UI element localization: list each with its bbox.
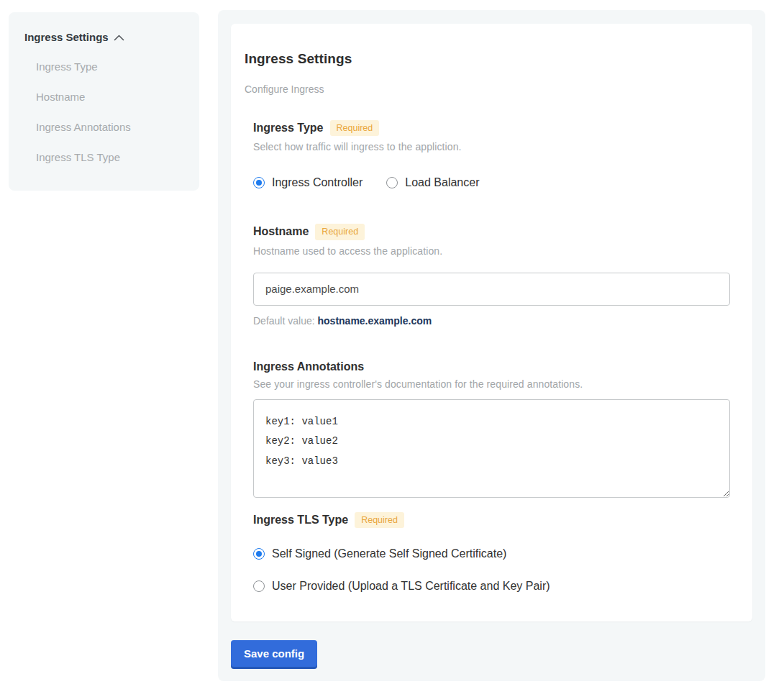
ingress-annotations-label: Ingress Annotations [253, 360, 364, 373]
radio-button-checked[interactable] [253, 177, 265, 188]
radio-label: Load Balancer [405, 176, 479, 189]
required-badge: Required [315, 224, 365, 240]
sidebar-group-ingress-settings[interactable]: Ingress Settings [24, 31, 188, 43]
sidebar-item-ingress-tls-type[interactable]: Ingress TLS Type [36, 151, 188, 164]
radio-label: Self Signed (Generate Self Signed Certif… [272, 547, 506, 560]
hostname-default-value-line: Default value: hostname.example.com [253, 315, 730, 327]
default-value-text: hostname.example.com [318, 315, 432, 327]
ingress-type-radio-group: Ingress Controller Load Balancer [253, 176, 730, 189]
sidebar-item-ingress-annotations[interactable]: Ingress Annotations [36, 121, 188, 134]
radio-button-checked[interactable] [253, 548, 265, 560]
hostname-help-text: Hostname used to access the application. [253, 245, 730, 257]
page-subtitle: Configure Ingress [245, 83, 730, 95]
ingress-annotations-textarea[interactable]: key1: value1 key2: value2 key3: value3 [253, 399, 730, 498]
chevron-up-icon [114, 35, 124, 41]
section-ingress-annotations: Ingress Annotations See your ingress con… [253, 360, 730, 498]
radio-option-self-signed[interactable]: Self Signed (Generate Self Signed Certif… [253, 547, 730, 560]
sidebar-item-list: Ingress Type Hostname Ingress Annotation… [24, 60, 188, 164]
section-hostname: Hostname Required Hostname used to acces… [253, 224, 730, 327]
section-ingress-tls-type: Ingress TLS Type Required Self Signed (G… [253, 512, 730, 593]
required-badge: Required [355, 512, 404, 529]
page-title: Ingress Settings [245, 51, 730, 67]
ingress-annotations-help-text: See your ingress controller's documentat… [253, 378, 730, 390]
ingress-tls-type-label: Ingress TLS Type [253, 514, 348, 527]
hostname-label: Hostname [253, 225, 309, 238]
config-panel: Ingress Settings Configure Ingress Ingre… [218, 10, 765, 681]
config-nav-sidebar: Ingress Settings Ingress Type Hostname I… [9, 12, 199, 191]
radio-button-unchecked[interactable] [386, 177, 398, 188]
hostname-input[interactable] [253, 273, 730, 306]
ingress-type-help-text: Select how traffic will ingress to the a… [253, 141, 730, 152]
save-config-button[interactable]: Save config [231, 640, 317, 667]
radio-option-load-balancer[interactable]: Load Balancer [386, 176, 479, 189]
sidebar-group-label: Ingress Settings [24, 31, 109, 43]
section-ingress-type: Ingress Type Required Select how traffic… [253, 120, 730, 190]
default-value-prefix: Default value: [253, 315, 318, 327]
config-page: Ingress Settings Ingress Type Hostname I… [0, 0, 784, 697]
required-badge: Required [330, 120, 380, 137]
radio-button-unchecked[interactable] [253, 580, 265, 592]
ingress-type-label: Ingress Type [253, 122, 324, 135]
radio-label: Ingress Controller [272, 176, 363, 189]
radio-label: User Provided (Upload a TLS Certificate … [272, 580, 550, 593]
sidebar-item-hostname[interactable]: Hostname [36, 91, 188, 104]
ingress-settings-card: Ingress Settings Configure Ingress Ingre… [231, 24, 752, 621]
sidebar-item-ingress-type[interactable]: Ingress Type [36, 60, 188, 73]
radio-option-ingress-controller[interactable]: Ingress Controller [253, 176, 363, 189]
radio-option-user-provided[interactable]: User Provided (Upload a TLS Certificate … [253, 580, 730, 593]
